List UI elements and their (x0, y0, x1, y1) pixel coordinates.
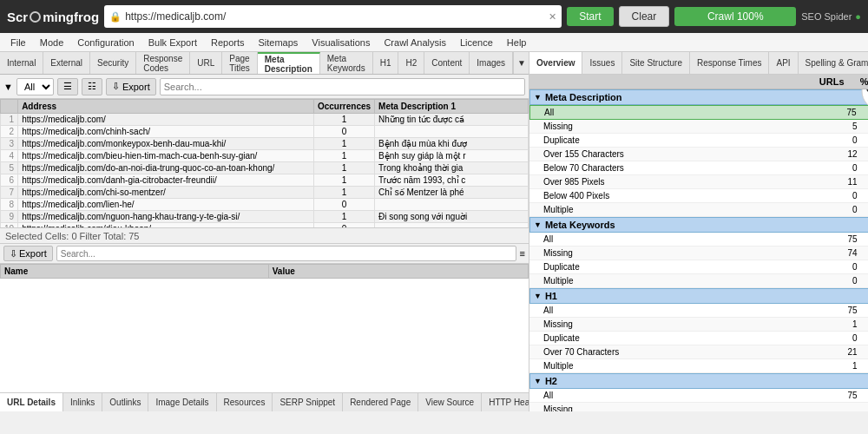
bottom-tab-rendered-page[interactable]: Rendered Page (343, 393, 418, 411)
table-row[interactable]: 7https://medicaljb.com/chi-so-mentzer/1C… (1, 187, 529, 199)
bottom-tab-view-source[interactable]: View Source (418, 393, 482, 411)
tab-h2[interactable]: H2 (398, 52, 424, 74)
menu-crawl-analysis[interactable]: Crawl Analysis (377, 36, 453, 49)
bottom-tab-http-headers[interactable]: HTTP Headers (482, 393, 529, 411)
tab-security[interactable]: Security (90, 52, 136, 74)
table-row[interactable]: 6https://medicaljb.com/danh-gia-citrobac… (1, 174, 529, 187)
right-row[interactable]: All75100% (529, 105, 868, 120)
right-section-header-2[interactable]: ▼H1 (529, 288, 868, 304)
menu-visualisations[interactable]: Visualisations (305, 36, 377, 49)
right-row-label: All (544, 108, 818, 117)
clear-button[interactable]: Clear (619, 6, 670, 27)
bottom-tab-outlinks[interactable]: Outlinks (102, 393, 148, 411)
right-row[interactable]: Below 400 Pixels00% (529, 189, 868, 203)
table-row[interactable]: 1https://medicaljb.com/1Những tin tức đư… (1, 114, 529, 126)
right-row[interactable]: Duplicate00% (529, 134, 868, 148)
table-row[interactable]: 8https://medicaljb.com/lien-he/0 (1, 199, 529, 211)
table-row[interactable]: 5https://medicaljb.com/do-an-noi-dia-tru… (1, 162, 529, 174)
right-row[interactable]: Missing56.67% (529, 120, 868, 134)
right-tab-issues[interactable]: Issues (582, 52, 622, 74)
right-tab-spelling[interactable]: Spelling & Grammar (799, 52, 868, 74)
start-button[interactable]: Start (567, 7, 613, 26)
menu-file[interactable]: File (3, 36, 33, 49)
menu-configuration[interactable]: Configuration (70, 36, 141, 49)
right-panel: Overview Issues Site Structure Response … (529, 52, 868, 411)
right-row-pct: 0% (858, 276, 868, 286)
right-section-header-0[interactable]: ▼Meta Description (529, 89, 868, 105)
right-row[interactable]: All75100% (529, 389, 868, 403)
right-row-pct: 14.67% (858, 177, 868, 187)
bottom-table-area: Name Value (0, 264, 529, 392)
bottom-tab-url-details[interactable]: URL Details (0, 393, 63, 411)
table-row[interactable]: 3https://medicaljb.com/monkeypox-benh-da… (1, 138, 529, 150)
right-row[interactable]: All75100% (529, 304, 868, 318)
bottom-toolbar: ⇩ Export ≡ (0, 243, 529, 264)
right-row[interactable]: Missing11.33% (529, 318, 868, 332)
right-row[interactable]: Missing (529, 403, 868, 411)
right-section-header-1[interactable]: ▼Meta Keywords (529, 217, 868, 233)
right-row[interactable]: All75100% (529, 233, 868, 247)
right-row-label: All (543, 306, 819, 315)
url-bar: 🔒 ✕ (104, 5, 562, 28)
table-row[interactable]: 2https://medicaljb.com/chinh-sach/0 (1, 126, 529, 138)
right-row[interactable]: Multiple00% (529, 203, 868, 217)
export-button[interactable]: ⇩ Export (106, 78, 156, 95)
tab-meta-description[interactable]: Meta Description ▲ (258, 52, 320, 74)
table-row[interactable]: 4https://medicaljb.com/bieu-hien-tim-mac… (1, 150, 529, 162)
bottom-tab-image-details[interactable]: Image Details (148, 393, 216, 411)
filter-select[interactable]: All (16, 78, 54, 95)
tab-content[interactable]: Content (424, 52, 470, 74)
right-row[interactable]: Multiple11.33% (529, 359, 868, 373)
bottom-search-input[interactable] (56, 246, 516, 261)
right-row[interactable]: Duplicate00% (529, 332, 868, 345)
right-row[interactable]: Over 985 Pixels1114.67% (529, 175, 868, 189)
right-row-pct: 16% (858, 149, 868, 159)
search-input[interactable] (160, 78, 525, 95)
table-row[interactable]: 9https://medicaljb.com/nguon-hang-khau-t… (1, 211, 529, 223)
filter-options-icon[interactable]: ≡ (520, 248, 525, 259)
tab-url[interactable]: URL (190, 52, 222, 74)
right-tab-response-times[interactable]: Response Times (690, 52, 769, 74)
view-list-button[interactable]: ☰ (57, 78, 78, 95)
tab-internal[interactable]: Internal (0, 52, 43, 74)
menu-mode[interactable]: Mode (33, 36, 71, 49)
menu-reports[interactable]: Reports (204, 36, 252, 49)
tab-dropdown-arrow[interactable]: ▼ (513, 52, 529, 74)
tab-h1[interactable]: H1 (373, 52, 399, 74)
tab-page-titles[interactable]: Page Titles (222, 52, 258, 74)
right-row[interactable]: Missing7498.67% (529, 247, 868, 260)
right-row-label: Multiple (543, 361, 819, 371)
menu-help[interactable]: Help (500, 36, 534, 49)
bottom-tab-inlinks[interactable]: Inlinks (63, 393, 102, 411)
tab-external[interactable]: External (43, 52, 90, 74)
tab-meta-keywords[interactable]: Meta Keywords (320, 52, 373, 74)
view-grid-button[interactable]: ☷ (82, 78, 102, 95)
right-row[interactable]: Duplicate00% (529, 260, 868, 274)
right-row-value: 0 (819, 276, 858, 286)
right-row[interactable]: Below 70 Characters00% (529, 161, 868, 175)
right-section-header-3[interactable]: ▼H2 (529, 373, 868, 389)
bottom-tab-resources[interactable]: Resources (217, 393, 273, 411)
right-row-value: 75 (819, 306, 858, 315)
right-row[interactable]: Over 70 Characters2128% (529, 345, 868, 359)
crawl-button[interactable]: Crawl 100% (674, 7, 796, 26)
col-occurrences[interactable]: Occurrences (313, 100, 374, 114)
url-input[interactable] (125, 10, 545, 23)
col-address[interactable]: Address (18, 100, 314, 114)
bottom-export-button[interactable]: ⇩ Export (3, 246, 53, 261)
menu-bulk-export[interactable]: Bulk Export (141, 36, 204, 49)
logo-text: Scr (7, 10, 28, 24)
right-row[interactable]: Multiple00% (529, 274, 868, 288)
url-clear-icon[interactable]: ✕ (549, 11, 556, 23)
right-tab-site-structure[interactable]: Site Structure (622, 52, 690, 74)
col-meta-desc[interactable]: Meta Description 1 (375, 100, 529, 114)
menu-sitemaps[interactable]: Sitemaps (251, 36, 305, 49)
right-row[interactable]: Over 155 Characters1216% (529, 148, 868, 161)
right-tab-api[interactable]: API (769, 52, 798, 74)
menu-licence[interactable]: Licence (453, 36, 500, 49)
bottom-tab-serp-snippet[interactable]: SERP Snippet (273, 393, 343, 411)
right-row-label: Over 70 Characters (543, 347, 819, 357)
tab-images[interactable]: Images (470, 52, 513, 74)
tab-response-codes[interactable]: Response Codes (136, 52, 190, 74)
right-tab-overview[interactable]: Overview (529, 52, 582, 74)
